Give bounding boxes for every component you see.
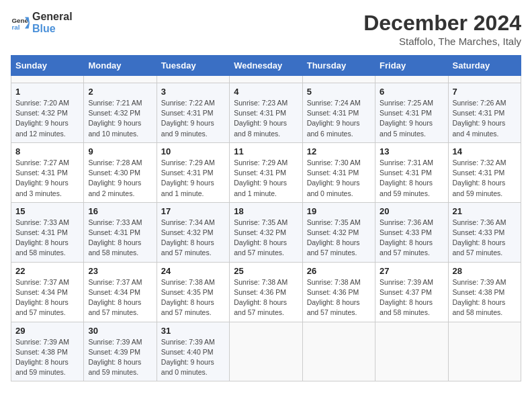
day-info: Sunrise: 7:33 AMSunset: 4:31 PMDaylight:… (15, 218, 79, 259)
day-info: Sunrise: 7:26 AMSunset: 4:31 PMDaylight:… (453, 98, 517, 139)
day-info: Sunrise: 7:36 AMSunset: 4:33 PMDaylight:… (380, 218, 443, 259)
day-info: Sunrise: 7:29 AMSunset: 4:31 PMDaylight:… (234, 158, 298, 199)
day-info: Sunrise: 7:20 AMSunset: 4:32 PMDaylight:… (15, 98, 79, 139)
calendar-cell: 27Sunrise: 7:39 AMSunset: 4:37 PMDayligh… (375, 262, 448, 322)
day-info: Sunrise: 7:24 AMSunset: 4:31 PMDaylight:… (307, 98, 371, 139)
day-number: 18 (234, 206, 298, 216)
column-header-wednesday: Wednesday (230, 56, 302, 76)
calendar-cell: 29Sunrise: 7:39 AMSunset: 4:38 PMDayligh… (11, 322, 84, 381)
day-info: Sunrise: 7:37 AMSunset: 4:34 PMDaylight:… (88, 277, 152, 318)
calendar-header-row: SundayMondayTuesdayWednesdayThursdayFrid… (11, 56, 521, 76)
calendar-cell: 18Sunrise: 7:35 AMSunset: 4:32 PMDayligh… (230, 202, 302, 262)
calendar-cell: 24Sunrise: 7:38 AMSunset: 4:35 PMDayligh… (157, 262, 229, 322)
calendar-cell: 26Sunrise: 7:38 AMSunset: 4:36 PMDayligh… (302, 262, 375, 322)
calendar-cell: 21Sunrise: 7:36 AMSunset: 4:33 PMDayligh… (448, 202, 521, 262)
day-number: 27 (380, 266, 443, 276)
day-number: 13 (380, 146, 443, 156)
day-info: Sunrise: 7:38 AMSunset: 4:36 PMDaylight:… (234, 277, 298, 318)
calendar-cell (375, 76, 448, 83)
calendar-cell: 17Sunrise: 7:34 AMSunset: 4:32 PMDayligh… (157, 202, 229, 262)
day-info: Sunrise: 7:32 AMSunset: 4:31 PMDaylight:… (453, 158, 517, 199)
day-number: 19 (307, 206, 371, 216)
column-header-saturday: Saturday (448, 56, 521, 76)
calendar-cell: 19Sunrise: 7:35 AMSunset: 4:32 PMDayligh… (302, 202, 375, 262)
calendar-cell: 2Sunrise: 7:21 AMSunset: 4:32 PMDaylight… (84, 83, 157, 143)
day-info: Sunrise: 7:39 AMSunset: 4:38 PMDaylight:… (15, 337, 79, 378)
day-number: 30 (88, 326, 152, 336)
calendar-cell: 22Sunrise: 7:37 AMSunset: 4:34 PMDayligh… (11, 262, 84, 322)
calendar-cell (302, 76, 375, 83)
calendar-cell: 14Sunrise: 7:32 AMSunset: 4:31 PMDayligh… (448, 142, 521, 202)
day-info: Sunrise: 7:39 AMSunset: 4:40 PMDaylight:… (161, 337, 225, 378)
day-number: 16 (88, 206, 152, 216)
calendar-cell: 12Sunrise: 7:30 AMSunset: 4:31 PMDayligh… (302, 142, 375, 202)
day-number: 26 (307, 266, 371, 276)
calendar-cell: 16Sunrise: 7:33 AMSunset: 4:31 PMDayligh… (84, 202, 157, 262)
day-number: 20 (380, 206, 443, 216)
day-info: Sunrise: 7:36 AMSunset: 4:33 PMDaylight:… (453, 218, 517, 259)
column-header-thursday: Thursday (302, 56, 375, 76)
day-info: Sunrise: 7:35 AMSunset: 4:32 PMDaylight:… (234, 218, 298, 259)
column-header-sunday: Sunday (11, 56, 84, 76)
calendar-cell: 8Sunrise: 7:27 AMSunset: 4:31 PMDaylight… (11, 142, 84, 202)
day-info: Sunrise: 7:33 AMSunset: 4:31 PMDaylight:… (88, 218, 152, 259)
logo-text-general: General (32, 11, 73, 23)
calendar-cell: 10Sunrise: 7:29 AMSunset: 4:31 PMDayligh… (157, 142, 229, 202)
column-header-monday: Monday (84, 56, 157, 76)
calendar-cell: 28Sunrise: 7:39 AMSunset: 4:38 PMDayligh… (448, 262, 521, 322)
title-area: December 2024 Staffolo, The Marches, Ita… (363, 11, 521, 47)
calendar-cell: 13Sunrise: 7:31 AMSunset: 4:31 PMDayligh… (375, 142, 448, 202)
page-header: Gene ral General Blue December 2024 Staf… (11, 11, 521, 47)
calendar-cell (302, 322, 375, 381)
day-number: 9 (88, 146, 152, 156)
day-number: 5 (307, 87, 371, 97)
day-info: Sunrise: 7:23 AMSunset: 4:31 PMDaylight:… (234, 98, 298, 139)
day-info: Sunrise: 7:39 AMSunset: 4:39 PMDaylight:… (88, 337, 152, 378)
day-info: Sunrise: 7:39 AMSunset: 4:37 PMDaylight:… (380, 277, 443, 318)
calendar-cell (230, 322, 302, 381)
calendar-cell: 4Sunrise: 7:23 AMSunset: 4:31 PMDaylight… (230, 83, 302, 143)
day-number: 25 (234, 266, 298, 276)
location-title: Staffolo, The Marches, Italy (363, 36, 521, 47)
day-number: 23 (88, 266, 152, 276)
day-info: Sunrise: 7:21 AMSunset: 4:32 PMDaylight:… (88, 98, 152, 139)
day-number: 14 (453, 146, 517, 156)
calendar-cell: 25Sunrise: 7:38 AMSunset: 4:36 PMDayligh… (230, 262, 302, 322)
calendar-cell (11, 76, 84, 83)
calendar-cell: 1Sunrise: 7:20 AMSunset: 4:32 PMDaylight… (11, 83, 84, 143)
day-number: 8 (15, 146, 79, 156)
calendar-week-5: 29Sunrise: 7:39 AMSunset: 4:38 PMDayligh… (11, 322, 521, 381)
calendar-cell: 11Sunrise: 7:29 AMSunset: 4:31 PMDayligh… (230, 142, 302, 202)
day-info: Sunrise: 7:25 AMSunset: 4:31 PMDaylight:… (380, 98, 443, 139)
calendar-cell (448, 322, 521, 381)
day-info: Sunrise: 7:38 AMSunset: 4:35 PMDaylight:… (161, 277, 225, 318)
day-number: 29 (15, 326, 79, 336)
logo-icon: Gene ral (11, 13, 30, 32)
day-info: Sunrise: 7:27 AMSunset: 4:31 PMDaylight:… (15, 158, 79, 199)
calendar-cell: 9Sunrise: 7:28 AMSunset: 4:30 PMDaylight… (84, 142, 157, 202)
calendar-cell: 15Sunrise: 7:33 AMSunset: 4:31 PMDayligh… (11, 202, 84, 262)
calendar-cell: 6Sunrise: 7:25 AMSunset: 4:31 PMDaylight… (375, 83, 448, 143)
day-info: Sunrise: 7:22 AMSunset: 4:31 PMDaylight:… (161, 98, 225, 139)
day-number: 28 (453, 266, 517, 276)
day-info: Sunrise: 7:30 AMSunset: 4:31 PMDaylight:… (307, 158, 371, 199)
day-number: 3 (161, 87, 225, 97)
day-number: 15 (15, 206, 79, 216)
day-number: 21 (453, 206, 517, 216)
logo-text-blue: Blue (32, 23, 73, 35)
day-number: 24 (161, 266, 225, 276)
calendar-table: SundayMondayTuesdayWednesdayThursdayFrid… (11, 55, 521, 381)
calendar-cell: 7Sunrise: 7:26 AMSunset: 4:31 PMDaylight… (448, 83, 521, 143)
calendar-cell: 20Sunrise: 7:36 AMSunset: 4:33 PMDayligh… (375, 202, 448, 262)
calendar-week-0 (11, 76, 521, 83)
day-number: 10 (161, 146, 225, 156)
day-info: Sunrise: 7:38 AMSunset: 4:36 PMDaylight:… (307, 277, 371, 318)
day-number: 2 (88, 87, 152, 97)
calendar-week-2: 8Sunrise: 7:27 AMSunset: 4:31 PMDaylight… (11, 142, 521, 202)
calendar-cell: 31Sunrise: 7:39 AMSunset: 4:40 PMDayligh… (157, 322, 229, 381)
calendar-cell: 30Sunrise: 7:39 AMSunset: 4:39 PMDayligh… (84, 322, 157, 381)
calendar-cell (375, 322, 448, 381)
day-info: Sunrise: 7:37 AMSunset: 4:34 PMDaylight:… (15, 277, 79, 318)
day-number: 17 (161, 206, 225, 216)
logo: Gene ral General Blue (11, 11, 73, 34)
